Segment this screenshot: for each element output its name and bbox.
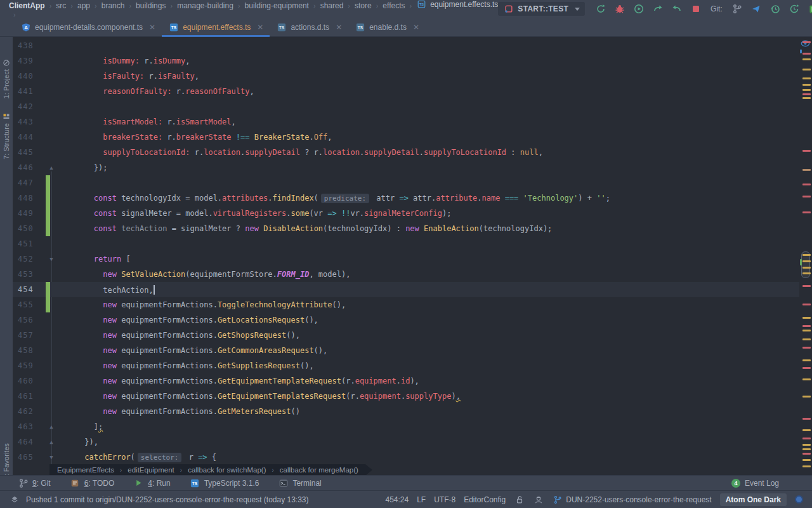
code-line-445[interactable]: 445 supplyToLocationId: r.location.suppl… (13, 145, 812, 160)
code-line-460[interactable]: 460 new equipmentFormActions.GetEquipmen… (13, 373, 812, 389)
run-play-icon[interactable] (133, 478, 144, 488)
code-line-458[interactable]: 458 new equipmentFormActions.GetCommonAr… (13, 343, 812, 358)
code-line-438[interactable]: 438 (13, 38, 812, 53)
event-log-button[interactable]: 4 Event Log (731, 479, 812, 488)
breadcrumb-item[interactable]: src (56, 1, 66, 10)
code-line-459[interactable]: 459 new equipmentFormActions.GetSupplies… (13, 358, 812, 373)
context-breadcrumb-item[interactable]: callback for switchMap() (188, 466, 266, 474)
tool-window-button-terminal[interactable]: Terminal (278, 478, 321, 488)
push-icon[interactable] (751, 4, 762, 15)
error-stripe-mark[interactable] (802, 338, 811, 340)
error-stripe-mark[interactable] (802, 317, 811, 319)
error-stripe-mark[interactable] (802, 272, 811, 274)
breadcrumb-item[interactable]: effects (383, 1, 405, 10)
code-line-446[interactable]: 446 }); (13, 160, 812, 175)
error-stripe-mark[interactable] (800, 50, 802, 53)
context-breadcrumb-item[interactable]: callback for mergeMap() (280, 466, 358, 474)
line-ending[interactable]: LF (417, 495, 426, 504)
fold-marker-icon[interactable]: ▲ (48, 164, 55, 171)
breadcrumb[interactable]: ClientApp›src›app›branch›buildings›manag… (9, 0, 498, 19)
context-breadcrumb-item[interactable]: EquipmentEffects (57, 466, 114, 474)
code-line-441[interactable]: 441 reasonOfFaulty: r.reasonOfFaulty, (13, 84, 812, 99)
editor-context-breadcrumb[interactable]: EquipmentEffects›editEquipment›callback … (49, 464, 372, 476)
code-line-439[interactable]: 439 isDummy: r.isDummy, (13, 53, 812, 69)
error-stripe-mark[interactable] (802, 196, 811, 197)
fold-marker-icon[interactable]: ▼ (48, 453, 55, 461)
ts-icon[interactable]: TS (190, 478, 200, 488)
code-line-448[interactable]: 448 const technologyIdx = model.attribut… (13, 190, 812, 206)
error-stripe-mark[interactable] (802, 347, 811, 349)
error-stripe-mark[interactable] (802, 267, 811, 269)
editor-tab-active[interactable]: TSequipment.effects.ts✕ (162, 18, 270, 36)
vcs-branch-icon[interactable] (732, 4, 743, 15)
code-line-465[interactable]: 465 catchError(selector: r => { (13, 450, 812, 465)
typescript-file-icon[interactable]: TS (276, 22, 287, 32)
error-stripe-mark[interactable] (802, 438, 811, 439)
editor-tab[interactable]: Aequipment-details.component.ts✕ (14, 18, 162, 36)
breadcrumb-item[interactable]: branch (102, 1, 125, 10)
code-line-449[interactable]: 449 const signalMeter = model.virtualReg… (13, 206, 812, 221)
error-stripe-mark[interactable] (802, 396, 811, 398)
rollback-icon[interactable] (671, 4, 682, 15)
code-line-463[interactable]: 463 ]; (13, 419, 812, 434)
error-stripe-mark[interactable] (802, 93, 811, 95)
code-line-462[interactable]: 462 new equipmentFormActions.GetMetersRe… (13, 404, 812, 419)
breadcrumb-item[interactable]: building-equipment (245, 1, 309, 10)
error-stripe-mark[interactable] (802, 169, 811, 171)
code-line-461[interactable]: 461 new equipmentFormActions.GetEquipmen… (13, 389, 812, 404)
breadcrumb-item[interactable]: shared (320, 1, 344, 10)
vcs-change-bar[interactable] (46, 282, 50, 312)
error-stripe-mark[interactable] (802, 77, 811, 79)
step-forward-icon[interactable] (652, 4, 663, 15)
code-line-456[interactable]: 456 new equipmentFormActions.GetLocation… (13, 312, 812, 328)
breadcrumb-item[interactable]: manage-building (177, 1, 233, 10)
error-stripe-mark[interactable] (802, 89, 811, 91)
tool-window-button-git[interactable]: 9: Git (18, 478, 51, 488)
tool-window-button-run[interactable]: 4: Run (133, 478, 170, 488)
stop-icon[interactable] (690, 4, 701, 15)
notification-dot-icon[interactable] (795, 495, 803, 504)
fold-marker-icon[interactable]: ▲ (48, 423, 55, 431)
close-icon[interactable]: ✕ (149, 23, 155, 32)
breadcrumb-file[interactable]: TSequipment.effects.ts (416, 0, 498, 10)
file-encoding[interactable]: UTF-8 (434, 495, 455, 504)
error-stripe-mark[interactable] (802, 453, 811, 455)
typescript-file-icon[interactable]: TS (355, 22, 365, 32)
todo-icon[interactable] (70, 478, 81, 488)
fold-marker-icon[interactable]: ▲ (48, 438, 55, 446)
error-stripe-mark[interactable] (802, 254, 811, 256)
error-stripe-mark[interactable] (802, 459, 811, 461)
vcs-change-bar[interactable] (46, 175, 50, 236)
tool-window-button-structure[interactable]: 7: Structure (0, 110, 13, 159)
error-stripe-mark[interactable] (802, 429, 811, 431)
close-icon[interactable]: ✕ (336, 23, 342, 32)
code-line-457[interactable]: 457 new equipmentFormActions.GetShopsReq… (13, 328, 812, 343)
breadcrumb-item[interactable]: store (355, 1, 372, 10)
editor-tab[interactable]: TSenable.d.ts✕ (348, 18, 426, 36)
run-coverage-icon[interactable] (633, 4, 644, 15)
close-icon[interactable]: ✕ (257, 23, 263, 32)
error-stripe-mark[interactable] (802, 325, 811, 327)
error-stripe-mark[interactable] (802, 465, 811, 467)
theme-name-chip[interactable]: Atom One Dark (720, 493, 787, 506)
error-stripe-mark[interactable] (802, 184, 811, 185)
error-stripe-mark[interactable] (802, 41, 811, 43)
git-branch-widget[interactable]: DUN-2252-users-console-error-the-request (552, 494, 711, 505)
typescript-file-icon[interactable]: TS (416, 0, 427, 10)
code-line-453[interactable]: 453 new SetValueAction(equipmentFormStor… (13, 267, 812, 282)
code-line-454[interactable]: 454 techAction, (13, 282, 812, 297)
unlock-icon[interactable] (514, 494, 525, 505)
code-editor[interactable]: 438439 isDummy: r.isDummy,440 isFaulty: … (13, 37, 812, 475)
tool-window-button-project[interactable]: 1: Project (0, 56, 13, 98)
close-icon[interactable]: ✕ (413, 23, 419, 32)
angular-file-icon[interactable]: A (20, 22, 31, 32)
editorconfig-label[interactable]: EditorConfig (464, 495, 506, 504)
fold-marker-icon[interactable]: ▼ (48, 255, 55, 263)
code-line-451[interactable]: 451 (13, 236, 812, 251)
code-line-442[interactable]: 442 (13, 99, 812, 114)
code-line-443[interactable]: 443 isSmartModel: r.isSmartModel, (13, 114, 812, 130)
error-stripe-mark[interactable] (802, 378, 811, 380)
error-stripe-mark[interactable] (802, 97, 811, 99)
error-stripe-mark[interactable] (802, 418, 811, 420)
terminal-run-icon[interactable] (808, 4, 812, 15)
